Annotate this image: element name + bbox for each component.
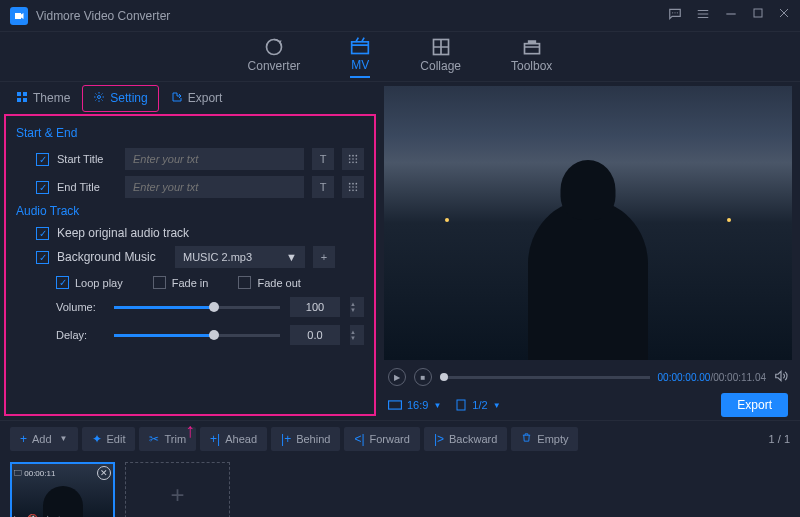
volume-spinner[interactable]: ▲▼	[350, 297, 364, 317]
minimize-icon[interactable]	[724, 7, 738, 24]
nav-collage[interactable]: Collage	[420, 37, 461, 77]
volume-icon[interactable]	[774, 369, 788, 386]
svg-rect-9	[17, 92, 21, 96]
svg-rect-33	[457, 400, 465, 410]
nav-mv[interactable]: MV	[350, 36, 370, 78]
time-display: 00:00:00.00/00:00:11.04	[658, 372, 766, 383]
video-preview[interactable]	[384, 86, 792, 360]
feedback-icon[interactable]	[668, 7, 682, 24]
tab-theme[interactable]: Theme	[6, 86, 80, 111]
keep-original-checkbox[interactable]: ✓	[36, 227, 49, 240]
converter-icon	[264, 37, 284, 57]
behind-button[interactable]: |+Behind	[271, 427, 340, 451]
start-title-input[interactable]	[125, 148, 304, 170]
svg-point-31	[356, 190, 358, 192]
ahead-button[interactable]: +|Ahead	[200, 427, 267, 451]
volume-label: Volume:	[56, 301, 104, 313]
aspect-ratio-select[interactable]: 16:9 ▼	[388, 399, 441, 411]
svg-point-20	[349, 162, 351, 164]
svg-point-30	[352, 190, 354, 192]
behind-icon: |+	[281, 432, 291, 446]
chevron-down-icon: ▼	[493, 401, 501, 410]
svg-point-2	[677, 12, 678, 13]
svg-point-14	[349, 155, 351, 157]
svg-point-21	[352, 162, 354, 164]
svg-point-17	[349, 158, 351, 160]
svg-rect-34	[15, 471, 22, 476]
svg-point-18	[352, 158, 354, 160]
end-title-label: End Title	[57, 181, 117, 193]
nav-converter[interactable]: Converter	[248, 37, 301, 77]
svg-point-28	[356, 186, 358, 188]
app-logo	[10, 7, 28, 25]
menu-icon[interactable]	[696, 7, 710, 24]
svg-point-26	[349, 186, 351, 188]
delay-slider[interactable]	[114, 334, 280, 337]
svg-point-29	[349, 190, 351, 192]
svg-point-24	[352, 183, 354, 185]
stop-button[interactable]: ■	[414, 368, 432, 386]
backward-button[interactable]: |>Backward	[424, 427, 507, 451]
svg-point-15	[352, 155, 354, 157]
chevron-down-icon: ▼	[433, 401, 441, 410]
add-music-button[interactable]: +	[313, 246, 335, 268]
export-icon	[171, 91, 183, 106]
page-select[interactable]: 1/2 ▼	[455, 399, 500, 411]
remove-clip-icon[interactable]: ✕	[97, 466, 111, 480]
end-title-checkbox[interactable]: ✓	[36, 181, 49, 194]
titlebar: Vidmore Video Converter	[0, 0, 800, 32]
nav-toolbox[interactable]: Toolbox	[511, 37, 552, 77]
empty-button[interactable]: Empty	[511, 427, 578, 451]
subtabs: Theme Setting Export	[0, 82, 380, 114]
play-button[interactable]: ▶	[388, 368, 406, 386]
start-title-label: Start Title	[57, 153, 117, 165]
loop-checkbox[interactable]: ✓	[56, 276, 69, 289]
delay-label: Delay:	[56, 329, 104, 341]
wand-icon: ✦	[92, 432, 102, 446]
svg-rect-3	[754, 9, 762, 17]
end-title-grid-button[interactable]	[342, 176, 364, 198]
start-title-grid-button[interactable]	[342, 148, 364, 170]
chevron-down-icon: ▼	[60, 434, 68, 443]
svg-rect-6	[352, 41, 369, 53]
add-clip-placeholder[interactable]: +	[125, 462, 230, 517]
svg-point-25	[356, 183, 358, 185]
clip-toolbar: +Add▼ ✦Edit ✂Trim +|Ahead |+Behind <|For…	[0, 420, 800, 456]
end-title-input[interactable]	[125, 176, 304, 198]
theme-icon	[16, 91, 28, 106]
progress-bar[interactable]	[440, 376, 650, 379]
delay-spinner[interactable]: ▲▼	[350, 325, 364, 345]
export-button[interactable]: Export	[721, 393, 788, 417]
svg-point-0	[672, 12, 673, 13]
maximize-icon[interactable]	[752, 7, 764, 24]
svg-rect-10	[23, 92, 27, 96]
volume-slider[interactable]	[114, 306, 280, 309]
forward-icon: <|	[354, 432, 364, 446]
trash-icon	[521, 432, 532, 446]
tab-export[interactable]: Export	[161, 86, 233, 111]
bg-music-checkbox[interactable]: ✓	[36, 251, 49, 264]
start-title-font-button[interactable]: T	[312, 148, 334, 170]
close-icon[interactable]	[778, 7, 790, 24]
pager: 1 / 1	[769, 433, 790, 445]
forward-button[interactable]: <|Forward	[344, 427, 419, 451]
volume-value[interactable]: 100	[290, 297, 340, 317]
delay-value[interactable]: 0.0	[290, 325, 340, 345]
top-nav: Converter MV Collage Toolbox	[0, 32, 800, 82]
edit-button[interactable]: ✦Edit	[82, 427, 136, 451]
tab-setting[interactable]: Setting	[82, 85, 158, 112]
gear-icon	[93, 91, 105, 106]
end-title-font-button[interactable]: T	[312, 176, 334, 198]
svg-rect-32	[389, 401, 402, 409]
scissors-icon: ✂	[149, 432, 159, 446]
add-button[interactable]: +Add▼	[10, 427, 78, 451]
clip-thumbnail[interactable]: 00:00:11✕ ▷ 🔇 ✦ ✂	[10, 462, 115, 517]
start-title-checkbox[interactable]: ✓	[36, 153, 49, 166]
app-title: Vidmore Video Converter	[36, 9, 170, 23]
svg-point-13	[98, 95, 101, 98]
bg-music-select[interactable]: MUSIC 2.mp3 ▼	[175, 246, 305, 268]
svg-point-1	[674, 12, 675, 13]
fadeout-checkbox[interactable]: ✓	[238, 276, 251, 289]
fadein-checkbox[interactable]: ✓	[153, 276, 166, 289]
collage-icon	[431, 37, 451, 57]
